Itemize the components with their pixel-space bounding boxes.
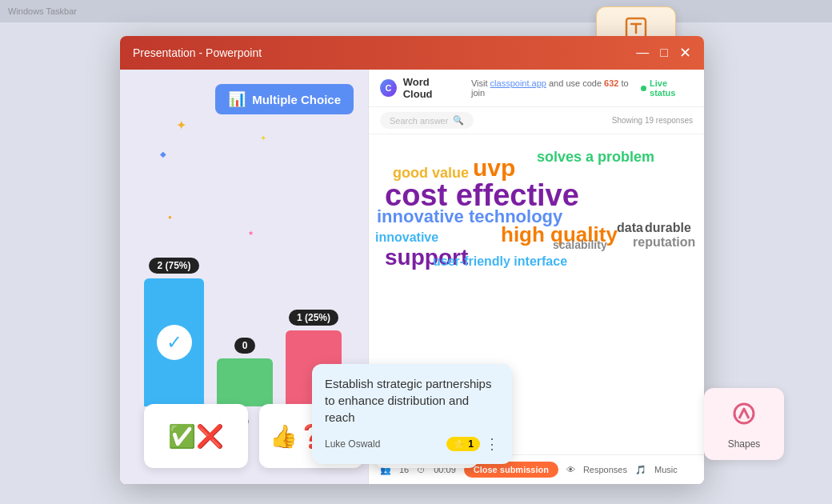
sparkle-1: ✦ — [176, 118, 186, 133]
music-label[interactable]: Music — [654, 465, 678, 474]
bar-label-d1: 0 — [234, 338, 256, 354]
mc-label: Multiple Choice — [252, 93, 341, 106]
cp-header: C Word Cloud Visit classpoint.app and us… — [369, 70, 704, 107]
close-button[interactable]: ✕ — [679, 46, 691, 60]
multiple-choice-badge: 📊 Multiple Choice — [215, 84, 354, 114]
music-icon: 🎵 — [635, 465, 646, 475]
word-cloud-word: uvp — [473, 154, 515, 182]
bar-item-c: 2 (75%) ✓ C — [144, 258, 204, 428]
search-icon: 🔍 — [453, 115, 464, 126]
check-cross-card[interactable]: ✅❌ — [144, 404, 248, 468]
word-cloud-word: innovative — [375, 230, 438, 245]
word-cloud-word: reputation — [633, 235, 695, 250]
word-cloud-word: good value — [393, 165, 469, 182]
word-cloud-word: solves a problem — [537, 149, 654, 166]
word-cloud-word: scalability — [553, 238, 607, 251]
shapes-label: Shapes — [728, 438, 761, 450]
bar-d1 — [217, 358, 273, 406]
note-text: Establish strategic partnerships to enha… — [325, 375, 499, 426]
check-cross-icon: ✅❌ — [168, 423, 224, 450]
maximize-button[interactable]: □ — [660, 46, 668, 59]
eye-icon: 👁 — [566, 465, 575, 474]
word-cloud-word: data — [617, 221, 643, 235]
window-controls: — □ ✕ — [636, 46, 691, 60]
chart-icon: 📊 — [228, 90, 246, 108]
taskbar: Windows Taskbar — [0, 0, 832, 22]
note-author: Luke Oswald — [325, 438, 380, 450]
cp-showing: Showing 19 responses — [612, 116, 693, 125]
bar-label-d2: 1 (25%) — [289, 310, 338, 326]
bar-c: ✓ — [144, 278, 204, 406]
note-footer: Luke Oswald ⭐ 1 ⋮ — [325, 435, 499, 453]
taskbar-text: Windows Taskbar — [8, 6, 77, 16]
cp-search-bar: Search answer 🔍 Showing 19 responses — [369, 107, 704, 134]
window-titlebar: Presentation - Powerpoint — □ ✕ — [120, 36, 704, 70]
minimize-button[interactable]: — — [636, 46, 649, 59]
window-title: Presentation - Powerpoint — [133, 46, 262, 59]
check-circle: ✓ — [157, 325, 192, 360]
note-star-badge: ⭐ 1 — [446, 437, 480, 451]
text-note-card: Establish strategic partnerships to enha… — [312, 364, 512, 464]
cp-title: Word Cloud — [403, 76, 458, 100]
responses-label[interactable]: Responses — [583, 465, 627, 474]
note-more-button[interactable]: ⋮ — [485, 435, 499, 453]
word-cloud-word: user-friendly interface — [433, 254, 567, 269]
shapes-icon — [730, 399, 758, 434]
star-count: 1 — [468, 438, 474, 450]
search-input-wrap[interactable]: Search answer 🔍 — [380, 112, 474, 129]
cp-link[interactable]: classpoint.app — [490, 78, 546, 88]
word-cloud-word: durable — [645, 221, 691, 235]
sparkle-4: ★ — [248, 230, 254, 237]
search-placeholder: Search answer — [390, 116, 448, 126]
sparkle-2: ◆ — [160, 150, 166, 158]
bar-label-c: 2 (75%) — [149, 258, 198, 274]
cp-logo: C — [380, 79, 397, 97]
cp-live-status: Live status — [641, 78, 693, 98]
star-icon: ⭐ — [453, 438, 465, 450]
cp-code: 632 — [604, 78, 618, 88]
shapes-card[interactable]: Shapes — [704, 388, 784, 460]
sparkle-5: ✦ — [260, 134, 266, 142]
svg-point-3 — [734, 404, 754, 423]
sparkle-3: ● — [168, 214, 172, 221]
cp-visit: Visit classpoint.app and use code 632 to… — [471, 78, 635, 98]
